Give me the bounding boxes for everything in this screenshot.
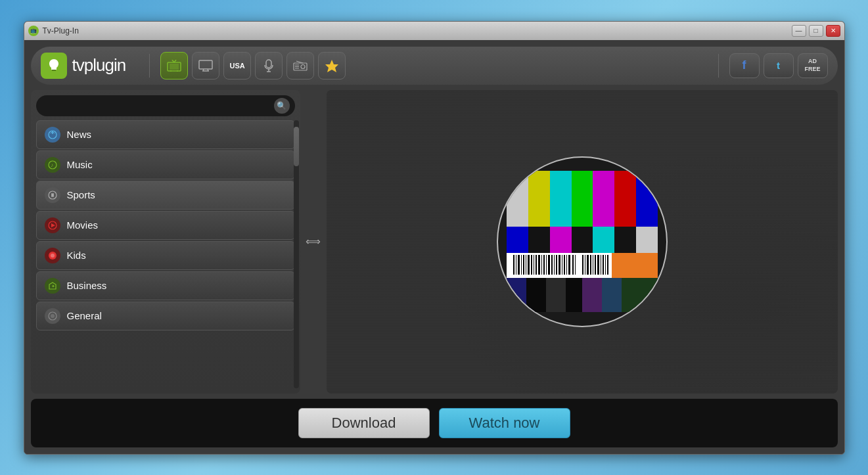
test-card-svg (507, 171, 658, 312)
svg-rect-90 (526, 278, 546, 312)
svg-rect-92 (566, 278, 582, 312)
svg-rect-36 (528, 171, 550, 227)
sports-label: Sports (67, 189, 95, 200)
svg-rect-59 (536, 255, 537, 275)
svg-rect-64 (548, 255, 550, 275)
test-card (497, 156, 668, 327)
svg-rect-54 (523, 255, 524, 275)
svg-rect-86 (607, 255, 608, 275)
movies-label: Movies (67, 219, 99, 231)
svg-rect-51 (516, 255, 516, 275)
svg-rect-60 (538, 255, 540, 275)
watch-now-button[interactable]: Watch now (439, 408, 570, 438)
svg-rect-48 (636, 227, 658, 253)
svg-rect-74 (575, 255, 576, 275)
svg-rect-38 (572, 171, 593, 227)
svg-rect-63 (546, 255, 547, 275)
category-general[interactable]: General (36, 302, 295, 330)
svg-rect-84 (603, 255, 604, 275)
svg-text:♪: ♪ (51, 162, 53, 168)
svg-rect-45 (572, 227, 593, 253)
search-button[interactable]: 🔍 (274, 98, 290, 114)
svg-rect-91 (546, 278, 566, 312)
sidebar: 🔍 News ♪ Music (31, 90, 300, 394)
svg-rect-1 (170, 64, 179, 70)
svg-rect-72 (568, 255, 570, 275)
movies-icon (45, 217, 60, 233)
svg-rect-71 (566, 255, 567, 275)
music-label: Music (67, 159, 93, 170)
svg-rect-65 (551, 255, 553, 275)
window-controls: — □ ✕ (792, 25, 840, 37)
logo-area: tvplugin (41, 53, 126, 79)
svg-rect-52 (518, 255, 520, 275)
svg-rect-53 (521, 255, 522, 275)
close-button[interactable]: ✕ (826, 25, 840, 37)
tv-icon-button[interactable] (160, 52, 188, 79)
business-label: Business (67, 280, 107, 291)
logo-icon (41, 53, 67, 79)
maximize-button[interactable]: □ (809, 25, 823, 37)
svg-rect-82 (597, 255, 599, 275)
category-movies[interactable]: Movies (36, 211, 295, 240)
svg-rect-73 (572, 255, 574, 275)
twitter-button[interactable]: t (764, 53, 794, 78)
category-music[interactable]: ♪ Music (36, 150, 295, 179)
kids-label: Kids (67, 250, 86, 261)
app-icon: 📺 (28, 26, 39, 36)
category-kids[interactable]: Kids (36, 241, 295, 270)
svg-rect-85 (605, 255, 606, 275)
svg-rect-78 (587, 255, 589, 275)
expand-arrow[interactable]: ⟺ (307, 90, 320, 394)
facebook-button[interactable]: f (729, 53, 760, 78)
svg-rect-37 (550, 171, 572, 227)
svg-point-14 (301, 64, 305, 68)
svg-marker-29 (51, 223, 55, 227)
svg-rect-10 (266, 60, 271, 68)
svg-rect-6 (199, 60, 212, 69)
search-input[interactable] (44, 101, 270, 110)
svg-point-34 (51, 314, 55, 318)
svg-text:✦: ✦ (51, 284, 55, 288)
app-window: 📺 Tv-Plug-In — □ ✕ tvplugin (24, 21, 845, 455)
svg-rect-40 (614, 171, 636, 227)
star-icon-button[interactable] (318, 52, 346, 79)
category-business[interactable]: ✦ Business (36, 271, 295, 300)
svg-rect-57 (531, 255, 532, 275)
svg-rect-68 (559, 255, 560, 275)
main-content: 🔍 News ♪ Music (31, 90, 838, 394)
svg-rect-44 (550, 227, 572, 253)
svg-rect-61 (541, 255, 542, 275)
sports-icon (45, 187, 60, 203)
svg-rect-55 (526, 255, 526, 275)
svg-rect-42 (507, 227, 528, 253)
news-icon (45, 127, 60, 143)
category-news[interactable]: News (36, 120, 295, 149)
scrollbar[interactable] (294, 120, 299, 388)
search-bar: 🔍 (36, 95, 295, 116)
mic-icon-button[interactable] (255, 52, 283, 79)
svg-rect-67 (556, 255, 557, 275)
svg-point-31 (51, 254, 55, 258)
toolbar: tvplugin (31, 47, 838, 85)
general-label: General (67, 310, 102, 321)
svg-rect-39 (593, 171, 614, 227)
radio-icon-button[interactable] (286, 52, 314, 79)
news-label: News (67, 129, 92, 140)
category-sports[interactable]: Sports (36, 181, 295, 210)
scrollbar-thumb[interactable] (294, 127, 299, 166)
window-title: Tv-Plug-In (43, 26, 788, 35)
minimize-button[interactable]: — (792, 25, 806, 37)
toolbar-separator-2 (718, 54, 719, 78)
svg-rect-83 (601, 255, 601, 275)
svg-rect-66 (554, 255, 555, 275)
monitor-icon-button[interactable] (192, 52, 219, 79)
logo-text: tvplugin (72, 55, 126, 76)
music-icon: ♪ (45, 157, 60, 173)
download-button[interactable]: Download (298, 408, 430, 438)
adfree-button[interactable]: ADFREE (798, 53, 828, 78)
svg-rect-76 (582, 255, 583, 275)
usa-icon-button[interactable]: USA (223, 52, 251, 79)
svg-rect-77 (585, 255, 585, 275)
svg-rect-47 (614, 227, 636, 253)
